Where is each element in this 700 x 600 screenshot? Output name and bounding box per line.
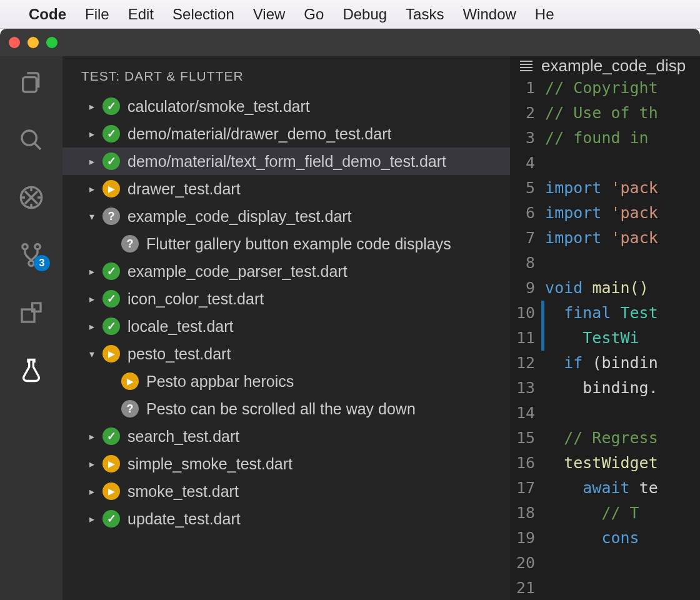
menu-view[interactable]: View (253, 6, 286, 23)
line-gutter: 12345678910111213141516171819202122 (510, 76, 545, 600)
pass-status-icon (102, 510, 120, 528)
test-tree-item[interactable]: ▸locale_test.dart (62, 312, 510, 340)
pass-status-icon (102, 125, 120, 142)
expand-arrow-icon[interactable]: ▸ (86, 128, 98, 140)
test-tree-item[interactable]: ▸drawer_test.dart (62, 175, 510, 202)
window-titlebar (0, 29, 700, 56)
running-status-icon (102, 345, 120, 362)
test-item-label: Flutter gallery button example code disp… (146, 235, 451, 253)
expand-arrow-icon[interactable]: ▸ (86, 513, 98, 525)
test-item-label: example_code_display_test.dart (128, 208, 352, 226)
svg-point-5 (29, 261, 34, 266)
running-status-icon (102, 455, 120, 472)
test-tree-item[interactable]: ▸calculator/smoke_test.dart (62, 92, 510, 120)
test-tree-item[interactable]: Pesto appbar heroics (62, 368, 510, 395)
test-item-label: demo/material/drawer_demo_test.dart (128, 125, 391, 143)
expand-arrow-icon[interactable]: ▸ (86, 101, 98, 112)
test-tree-item[interactable]: ▾example_code_display_test.dart (62, 202, 510, 230)
debug-icon[interactable] (18, 184, 45, 211)
test-item-label: Pesto can be scrolled all the way down (146, 400, 416, 418)
menu-app[interactable]: Code (29, 6, 66, 23)
test-item-label: smoke_test.dart (128, 482, 239, 501)
svg-point-3 (22, 244, 28, 249)
test-tree-item[interactable]: ▸example_code_parser_test.dart (62, 258, 510, 285)
test-tree-item[interactable]: ▸demo/material/text_form_field_demo_test… (62, 148, 510, 175)
zoom-window-icon[interactable] (46, 37, 58, 48)
svg-point-0 (22, 131, 36, 145)
test-item-label: example_code_parser_test.dart (128, 262, 348, 281)
menu-tasks[interactable]: Tasks (406, 6, 444, 23)
close-window-icon[interactable] (9, 37, 20, 48)
test-item-label: update_test.dart (128, 510, 241, 528)
expand-arrow-icon[interactable]: ▸ (86, 486, 98, 498)
search-icon[interactable] (18, 126, 45, 154)
mac-menubar: Code File Edit Selection View Go Debug T… (0, 0, 700, 29)
running-status-icon (102, 180, 120, 198)
file-icon (520, 61, 532, 71)
test-item-label: pesto_test.dart (128, 345, 231, 363)
expand-arrow-icon[interactable]: ▸ (86, 458, 98, 470)
scm-badge: 3 (34, 255, 50, 271)
editor-tab[interactable]: example_code_disp (510, 56, 700, 76)
running-status-icon (102, 482, 120, 500)
unknown-status-icon (121, 235, 139, 252)
test-item-label: locale_test.dart (128, 318, 234, 336)
test-item-label: calculator/smoke_test.dart (128, 98, 310, 116)
test-tree-item[interactable]: Pesto can be scrolled all the way down (62, 395, 510, 422)
code-lines: // Copyright // Use of th // found in im… (545, 76, 658, 600)
pass-status-icon (102, 290, 120, 308)
test-tree-item[interactable]: ▸demo/material/drawer_demo_test.dart (62, 120, 510, 148)
expand-arrow-icon[interactable]: ▾ (86, 211, 98, 222)
svg-line-1 (34, 143, 41, 149)
menu-go[interactable]: Go (304, 6, 324, 23)
unknown-status-icon (121, 400, 139, 418)
pass-status-icon (102, 428, 120, 445)
test-tree-item[interactable]: ▸smoke_test.dart (62, 478, 510, 505)
sidebar-title: TEST: DART & FLUTTER (62, 56, 510, 92)
running-status-icon (121, 372, 139, 390)
test-icon[interactable] (18, 356, 45, 384)
test-item-label: icon_color_test.dart (128, 290, 264, 308)
expand-arrow-icon[interactable]: ▸ (86, 156, 98, 168)
extensions-icon[interactable] (18, 299, 45, 326)
expand-arrow-icon[interactable]: ▸ (86, 431, 98, 442)
menu-selection[interactable]: Selection (172, 6, 234, 23)
unknown-status-icon (102, 208, 120, 225)
minimize-window-icon[interactable] (28, 37, 39, 48)
pass-status-icon (102, 318, 120, 335)
editor-tab-title: example_code_disp (541, 56, 686, 76)
pass-status-icon (102, 98, 120, 115)
test-item-label: Pesto appbar heroics (146, 372, 294, 391)
pass-status-icon (102, 262, 120, 280)
explorer-icon[interactable] (18, 69, 45, 96)
test-tree-item[interactable]: ▸simple_smoke_test.dart (62, 450, 510, 478)
app-body: 3 TEST: DART & FLUTTER ▸calculator/smoke… (0, 56, 700, 600)
test-item-label: simple_smoke_test.dart (128, 455, 292, 473)
pass-status-icon (102, 152, 120, 170)
test-tree-item[interactable]: ▸update_test.dart (62, 505, 510, 532)
test-item-label: demo/material/text_form_field_demo_test.… (128, 152, 446, 171)
menu-help[interactable]: He (535, 6, 554, 23)
test-tree-item[interactable]: ▸icon_color_test.dart (62, 285, 510, 312)
test-tree-item[interactable]: ▾pesto_test.dart (62, 340, 510, 368)
test-sidebar: TEST: DART & FLUTTER ▸calculator/smoke_t… (62, 56, 510, 600)
expand-arrow-icon[interactable]: ▸ (86, 293, 98, 305)
svg-point-4 (35, 244, 40, 249)
test-item-label: drawer_test.dart (128, 180, 241, 198)
test-item-label: search_test.dart (128, 428, 239, 446)
expand-arrow-icon[interactable]: ▸ (86, 321, 98, 332)
menu-debug[interactable]: Debug (342, 6, 387, 23)
menu-edit[interactable]: Edit (128, 6, 154, 23)
test-tree: ▸calculator/smoke_test.dart▸demo/materia… (62, 92, 510, 600)
test-tree-item[interactable]: Flutter gallery button example code disp… (62, 230, 510, 258)
menu-file[interactable]: File (85, 6, 109, 23)
expand-arrow-icon[interactable]: ▸ (86, 183, 98, 195)
code-editor[interactable]: 12345678910111213141516171819202122 // C… (510, 76, 700, 600)
expand-arrow-icon[interactable]: ▾ (86, 348, 98, 360)
editor-area: example_code_disp 1234567891011121314151… (510, 56, 700, 600)
expand-arrow-icon[interactable]: ▸ (86, 266, 98, 278)
source-control-icon[interactable]: 3 (18, 241, 45, 269)
menu-window[interactable]: Window (462, 6, 516, 23)
test-tree-item[interactable]: ▸search_test.dart (62, 422, 510, 450)
activity-bar: 3 (0, 56, 62, 600)
